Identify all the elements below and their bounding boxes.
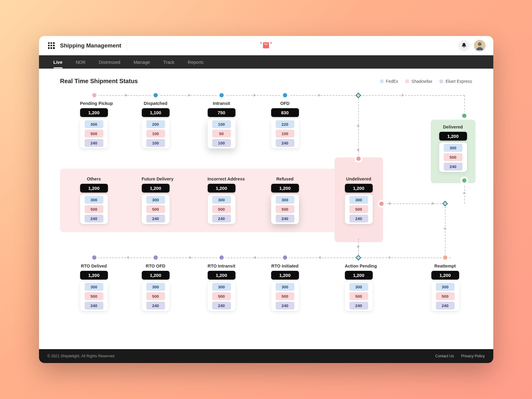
legend: FedEx Shadowfax Ekart Express: [380, 79, 472, 84]
svg-point-2: [478, 42, 482, 46]
nav-item-track[interactable]: Track: [163, 60, 174, 65]
decision-delivery: [355, 92, 361, 98]
stage-delivered[interactable]: Delivered 1,200 300500240: [439, 125, 467, 172]
node-rto-delivered: [92, 255, 96, 260]
notifications-button[interactable]: [458, 40, 470, 51]
stage-reattempt[interactable]: Reattempt 1,200 300500240: [431, 264, 459, 311]
nav-item-live[interactable]: Live: [54, 60, 63, 65]
footer-link-privacy[interactable]: Privacy Policy: [461, 354, 485, 358]
node-dispatched: [154, 93, 158, 97]
fedex-count: 300: [85, 120, 103, 128]
stage-rto-ofd[interactable]: RTO OFD 1,200 300500240: [142, 264, 170, 311]
stage-total: 1,200: [80, 108, 108, 117]
bell-icon: [462, 43, 466, 48]
node-intransit: [219, 93, 224, 97]
stage-breakdown: 300 500 240: [80, 119, 108, 148]
copyright: © 2021 Shipdelight. All Rights Reserved: [47, 354, 115, 358]
legend-swatch-shadowfax: [405, 79, 409, 83]
node-rto-intransit: [219, 255, 224, 260]
stage-future-delivery[interactable]: Future Delivery 1,200 300500240: [142, 177, 170, 224]
footer-link-contact[interactable]: Contact Us: [435, 354, 454, 358]
decision-reattempt: [442, 201, 448, 206]
node-junction-pink: [379, 202, 384, 206]
node-reattempt: [443, 255, 447, 260]
legend-swatch-ekart: [440, 79, 443, 83]
logo-icon: [259, 41, 273, 51]
nav-item-reports[interactable]: Reports: [188, 60, 204, 65]
stage-incorrect-address[interactable]: Incorrect Address 1,200 300500240: [208, 177, 235, 224]
stage-pending-pickup[interactable]: Pending Pickup 1,200 300 500 240: [80, 101, 108, 148]
stage-others[interactable]: Others 1,200 300500240: [80, 177, 108, 224]
node-rto-initiated: [283, 255, 287, 260]
flow-canvas: Pending Pickup 1,200 300 500 240 Dispatc…: [60, 89, 472, 328]
stage-undelivered[interactable]: Undelivered 1,200 300500240: [345, 177, 373, 224]
app-title: Shipping Management: [60, 42, 122, 49]
nav-item-ndr[interactable]: NDR: [76, 60, 86, 65]
app-window: Shipping Management Live NDR Distressed …: [39, 36, 493, 363]
stage-dispatched[interactable]: Dispatched 1,100 200100100: [142, 101, 170, 148]
stage-rto-initiated[interactable]: RTO Initiated 1,200 300500240: [271, 264, 299, 311]
node-ofd: [283, 93, 287, 97]
stage-rto-intransit[interactable]: RTO Intransit 1,200 300500240: [208, 264, 235, 311]
stage-action-pending[interactable]: Action Pending 1,200 300500240: [345, 264, 373, 311]
stage-refused[interactable]: Refused 1,200 300500240: [271, 177, 299, 224]
user-avatar[interactable]: [474, 40, 485, 51]
stage-intransit[interactable]: Intransit 750 10050100: [208, 101, 235, 148]
ekart-count: 240: [85, 139, 103, 147]
title-group: Shipping Management: [47, 40, 127, 51]
nav-bar: Live NDR Distressed Manage Track Reports: [39, 55, 493, 69]
legend-ekart: Ekart Express: [440, 79, 472, 84]
nav-item-manage[interactable]: Manage: [134, 60, 150, 65]
stage-rto-delivered[interactable]: RTO Delived 1,200 300500240: [80, 264, 108, 311]
node-undelivered: [356, 157, 361, 161]
footer: © 2021 Shipdelight. All Rights Reserved …: [39, 349, 493, 363]
node-delivered-out: [462, 178, 466, 183]
decision-action-pending: [355, 255, 361, 260]
shadowfax-count: 500: [85, 130, 103, 138]
stage-label: Pending Pickup: [80, 101, 108, 106]
content-area: Real Time Shipment Status FedEx Shadowfa…: [39, 69, 493, 349]
legend-swatch-fedex: [380, 79, 384, 83]
nav-item-distressed[interactable]: Distressed: [99, 60, 120, 65]
node-rto-ofd: [154, 255, 158, 260]
stage-ofd[interactable]: OFD 830 220100240: [271, 101, 299, 148]
node-delivered-in: [462, 114, 466, 118]
apps-grid-icon[interactable]: [48, 42, 55, 49]
topbar: Shipping Management: [39, 36, 493, 55]
svg-rect-0: [263, 42, 269, 48]
page-title: Real Time Shipment Status: [60, 78, 138, 85]
node-pending-pickup: [92, 93, 96, 97]
legend-fedex: FedEx: [380, 79, 398, 84]
legend-shadowfax: Shadowfax: [405, 79, 432, 84]
